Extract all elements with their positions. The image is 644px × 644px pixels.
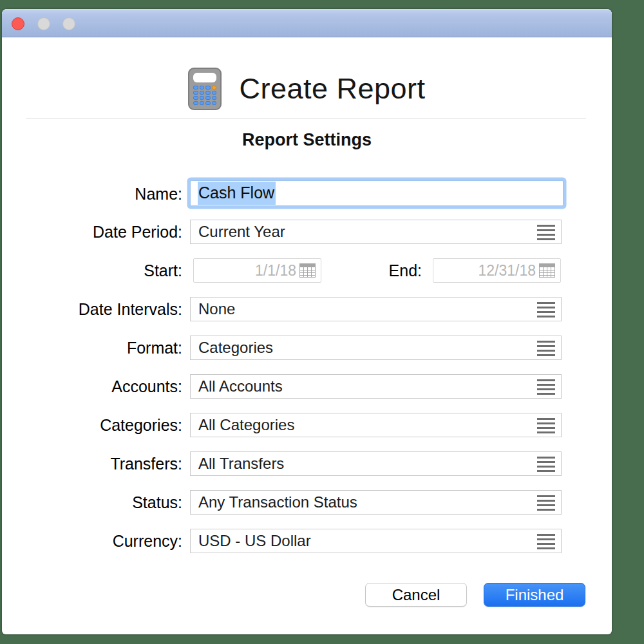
date-period-label: Date Period: — [2, 220, 182, 244]
categories-label: Categories: — [2, 413, 182, 437]
calculator-keys — [193, 86, 216, 105]
finished-button[interactable]: Finished — [484, 583, 585, 607]
start-date-field[interactable]: 1/1/18 — [193, 258, 321, 283]
zoom-button[interactable] — [62, 17, 75, 30]
menu-lines-icon — [537, 418, 555, 433]
start-label: Start: — [2, 258, 182, 283]
transfers-label: Transfers: — [2, 451, 182, 476]
end-label: End: — [324, 258, 422, 283]
name-input[interactable]: Cash Flow — [190, 180, 564, 206]
date-intervals-label: Date Intervals: — [2, 297, 182, 321]
format-label: Format: — [2, 336, 182, 360]
close-button[interactable] — [12, 17, 24, 30]
date-period-dropdown[interactable]: Current Year — [190, 220, 562, 244]
categories-dropdown[interactable]: All Categories — [190, 413, 562, 437]
accounts-dropdown[interactable]: All Accounts — [190, 374, 562, 399]
menu-lines-icon — [537, 379, 555, 395]
format-dropdown[interactable]: Categories — [190, 336, 562, 360]
end-date-value: 12/31/18 — [478, 262, 536, 279]
menu-lines-icon — [537, 341, 555, 356]
date-period-value: Current Year — [198, 223, 285, 241]
calendar-icon — [539, 263, 555, 278]
start-date-value: 1/1/18 — [255, 262, 296, 279]
currency-dropdown[interactable]: USD - US Dollar — [190, 529, 562, 553]
name-label: Name: — [2, 181, 182, 207]
date-intervals-dropdown[interactable]: None — [190, 297, 562, 321]
dialog-header: Create Report — [2, 59, 612, 118]
transfers-value: All Transfers — [198, 455, 284, 473]
currency-value: USD - US Dollar — [198, 532, 311, 550]
accounts-value: All Accounts — [198, 377, 283, 395]
menu-lines-icon — [537, 225, 555, 240]
status-label: Status: — [2, 490, 182, 515]
transfers-dropdown[interactable]: All Transfers — [190, 451, 562, 476]
header-divider — [26, 118, 586, 118]
calculator-icon — [188, 68, 222, 110]
end-date-field[interactable]: 12/31/18 — [433, 258, 561, 283]
title-bar[interactable] — [2, 9, 612, 37]
menu-lines-icon — [537, 534, 555, 549]
date-intervals-value: None — [198, 300, 235, 318]
calendar-icon — [299, 263, 316, 278]
page-title: Create Report — [239, 72, 425, 106]
currency-label: Currency: — [2, 529, 182, 553]
status-value: Any Transaction Status — [198, 493, 357, 511]
status-dropdown[interactable]: Any Transaction Status — [190, 490, 562, 515]
cancel-button[interactable]: Cancel — [365, 583, 467, 607]
minimize-button[interactable] — [37, 17, 50, 30]
menu-lines-icon — [537, 495, 555, 511]
menu-lines-icon — [537, 457, 555, 472]
calculator-screen — [193, 73, 216, 82]
section-title: Report Settings — [2, 130, 612, 150]
accounts-label: Accounts: — [2, 374, 182, 399]
name-input-selected-text: Cash Flow — [198, 182, 276, 205]
menu-lines-icon — [537, 302, 555, 317]
format-value: Categories — [198, 339, 273, 357]
categories-value: All Categories — [198, 416, 294, 434]
create-report-dialog: Create Report Report Settings Name: Cash… — [2, 9, 612, 634]
